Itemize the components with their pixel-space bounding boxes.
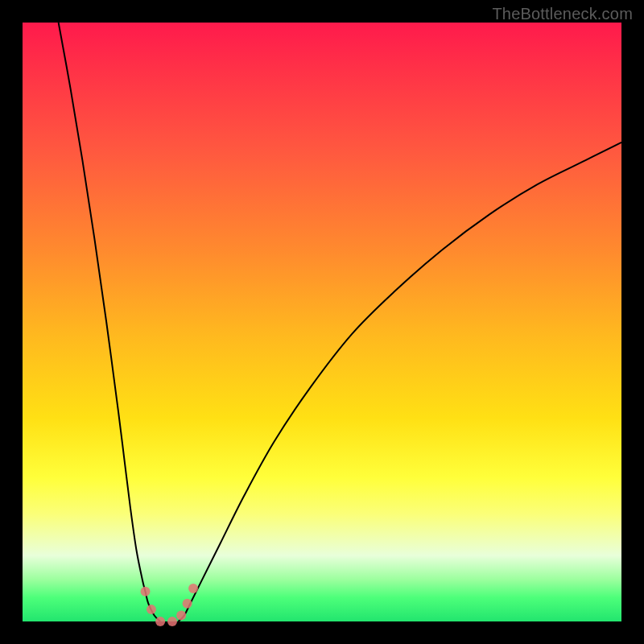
curve-left: [59, 23, 160, 621]
valley-dot: [141, 587, 151, 597]
valley-dot: [183, 599, 192, 609]
valley-dot: [188, 584, 198, 593]
watermark-text: TheBottleneck.com: [492, 5, 633, 23]
chart-plot-area: [23, 23, 621, 621]
chart-svg: [23, 23, 621, 621]
valley-dot: [176, 611, 186, 621]
valley-dot: [147, 605, 156, 614]
valley-dot: [155, 617, 165, 626]
valley-dot: [167, 617, 177, 626]
curve-right: [178, 142, 621, 621]
